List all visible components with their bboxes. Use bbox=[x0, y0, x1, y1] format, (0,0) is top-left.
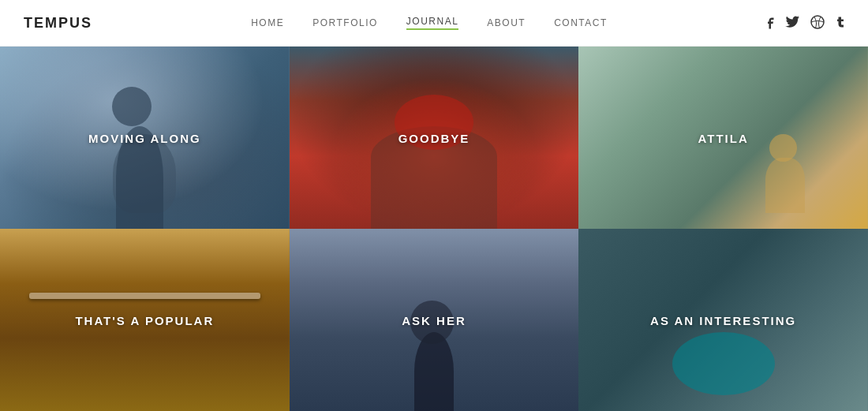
dribbble-icon[interactable] bbox=[810, 15, 825, 32]
nav-portfolio[interactable]: PORTFOLIO bbox=[312, 17, 378, 28]
twitter-icon[interactable] bbox=[785, 16, 799, 30]
nav-home[interactable]: HOME bbox=[251, 17, 284, 28]
card-2-title: GOODBYE bbox=[398, 131, 470, 144]
card-4-knife-decor bbox=[29, 293, 260, 299]
card-1-title: MOVING ALONG bbox=[88, 131, 201, 144]
grid-item-3[interactable]: ATTILA bbox=[578, 47, 868, 229]
grid-item-2[interactable]: GOODBYE bbox=[290, 47, 579, 229]
card-3-title: ATTILA bbox=[698, 131, 749, 144]
nav-about[interactable]: ABOUT bbox=[487, 17, 526, 28]
svg-point-0 bbox=[811, 16, 824, 28]
nav-journal[interactable]: JOURNAL bbox=[406, 16, 459, 30]
card-2-decor bbox=[371, 87, 497, 229]
nav-contact[interactable]: CONTACT bbox=[554, 17, 608, 28]
tumblr-icon[interactable] bbox=[836, 15, 844, 32]
site-header: TEMPUS HOME PORTFOLIO JOURNAL ABOUT CONT… bbox=[0, 0, 868, 47]
card-1-decor bbox=[92, 87, 187, 229]
card-6-title: AS AN INTERESTING bbox=[650, 313, 796, 327]
social-links bbox=[766, 15, 844, 32]
facebook-icon[interactable] bbox=[766, 15, 774, 32]
card-3-decor bbox=[758, 134, 821, 213]
card-5-decor bbox=[395, 285, 473, 411]
card-6-bowl-decor bbox=[672, 332, 775, 395]
journal-grid: MOVING ALONG GOODBYE ATTILA THAT'S A POP… bbox=[0, 47, 868, 411]
main-nav: HOME PORTFOLIO JOURNAL ABOUT CONTACT bbox=[251, 16, 608, 30]
grid-item-6[interactable]: AS AN INTERESTING bbox=[578, 229, 868, 411]
card-4-title: THAT'S A POPULAR bbox=[75, 313, 214, 327]
card-5-title: ASK HER bbox=[402, 313, 466, 327]
site-logo[interactable]: TEMPUS bbox=[24, 15, 92, 32]
grid-item-1[interactable]: MOVING ALONG bbox=[0, 47, 290, 229]
grid-item-5[interactable]: ASK HER bbox=[290, 229, 579, 411]
grid-item-4[interactable]: THAT'S A POPULAR bbox=[0, 229, 290, 411]
